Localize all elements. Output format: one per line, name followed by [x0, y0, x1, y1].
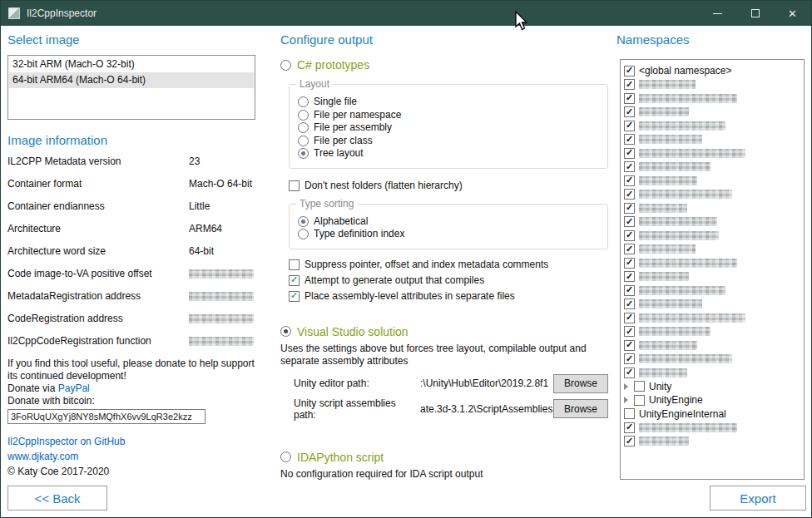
website-link[interactable]: www.djkaty.com [7, 450, 255, 463]
namespace-item[interactable] [624, 435, 800, 449]
namespace-checkbox[interactable] [624, 353, 635, 364]
namespace-checkbox[interactable] [624, 203, 635, 214]
expander-icon[interactable] [624, 383, 628, 390]
output-checkbox[interactable]: Suppress pointer, offset and index metad… [289, 259, 608, 270]
output-checkbox[interactable]: Attempt to generate output that compiles [289, 275, 608, 286]
back-button[interactable]: << Back [7, 486, 107, 511]
radio-option[interactable]: Alphabetical [298, 216, 599, 228]
radio-option[interactable]: File per class [298, 136, 599, 147]
redacted-namespace [639, 272, 689, 281]
namespace-item[interactable] [624, 298, 800, 312]
minimize-button[interactable] [699, 1, 736, 26]
window-title: Il2CppInspector [27, 7, 97, 19]
image-list-item[interactable]: 64-bit ARM64 (Mach-O 64-bit) [9, 72, 254, 88]
donate-via-text: Donate via [7, 382, 58, 394]
idapython-radio[interactable]: IDAPython script [280, 451, 608, 464]
image-list-item[interactable]: 32-bit ARM (Mach-O 32-bit) [9, 57, 254, 72]
namespace-item[interactable] [624, 106, 800, 120]
output-checkbox[interactable]: Place assembly-level attributes in separ… [289, 291, 608, 302]
namespace-checkbox[interactable] [624, 244, 635, 254]
github-link[interactable]: Il2CppInspector on GitHub [7, 435, 255, 448]
namespace-item[interactable] [624, 270, 800, 284]
radio-icon [280, 60, 291, 71]
namespace-item[interactable] [624, 91, 800, 106]
namespace-item[interactable]: Unity [624, 380, 800, 394]
bitcoin-address-input[interactable] [7, 409, 205, 424]
namespace-item[interactable]: UnityEngineInternal [624, 407, 800, 422]
namespace-item[interactable] [624, 325, 800, 339]
namespace-checkbox[interactable] [624, 134, 635, 145]
path-field-value[interactable]: :\Unity\Hub\Editor\2019.2.8f1 [420, 377, 553, 389]
namespace-item[interactable] [624, 311, 800, 325]
radio-option[interactable]: Tree layout [298, 148, 599, 160]
close-button[interactable]: ✕ [774, 1, 811, 26]
namespace-checkbox[interactable] [624, 298, 635, 309]
info-label: Container format [7, 178, 189, 190]
namespace-checkbox[interactable] [624, 175, 635, 186]
namespace-item[interactable] [624, 78, 800, 92]
namespace-checkbox[interactable] [624, 271, 635, 282]
info-row: Container formatMach-O 64-bit [7, 178, 255, 190]
namespace-item[interactable] [624, 133, 800, 147]
namespace-checkbox[interactable] [624, 106, 635, 117]
export-button[interactable]: Export [710, 486, 806, 511]
namespace-item[interactable] [624, 243, 800, 257]
namespace-item[interactable] [624, 256, 800, 270]
namespace-item[interactable] [624, 146, 800, 160]
namespace-item[interactable] [624, 421, 800, 435]
namespace-checkbox[interactable] [624, 66, 635, 76]
expander-icon[interactable] [624, 397, 628, 403]
namespace-checkbox[interactable] [624, 340, 635, 351]
radio-option[interactable]: File per namespace [298, 110, 599, 121]
namespace-checkbox[interactable] [624, 258, 635, 269]
namespace-checkbox[interactable] [624, 422, 635, 433]
radio-option[interactable]: Single file [298, 96, 599, 108]
namespace-item[interactable] [624, 338, 800, 353]
namespace-checkbox[interactable] [624, 148, 635, 159]
redacted-namespace [639, 94, 737, 103]
namespace-item[interactable] [624, 366, 800, 380]
browse-button[interactable]: Browse [553, 399, 608, 418]
layout-options: Single fileFile per namespaceFile per as… [298, 96, 599, 160]
namespace-item[interactable] [624, 215, 800, 229]
csharp-prototypes-radio[interactable]: C# prototypes [280, 58, 608, 72]
namespace-item[interactable] [624, 284, 800, 298]
namespace-item[interactable] [624, 174, 800, 188]
namespace-item[interactable]: UnityEngine [624, 393, 800, 407]
maximize-button[interactable] [736, 1, 774, 26]
namespace-checkbox[interactable] [624, 79, 635, 90]
namespace-checkbox[interactable] [634, 395, 645, 406]
radio-icon [298, 148, 309, 159]
namespace-item[interactable] [624, 201, 800, 215]
image-list[interactable]: 32-bit ARM (Mach-O 32-bit)64-bit ARM64 (… [7, 55, 255, 120]
visual-studio-radio[interactable]: Visual Studio solution [280, 325, 608, 338]
namespace-item[interactable]: <global namespace> [624, 64, 800, 78]
namespace-item[interactable] [624, 229, 800, 243]
radio-option[interactable]: File per assembly [298, 122, 599, 134]
radio-option[interactable]: Type definition index [298, 229, 599, 240]
radio-icon [298, 136, 309, 146]
namespace-checkbox[interactable] [624, 93, 635, 104]
namespace-checkbox[interactable] [624, 436, 635, 446]
namespace-checkbox[interactable] [624, 368, 635, 378]
namespace-item[interactable] [624, 353, 800, 367]
namespace-checkbox[interactable] [624, 285, 635, 296]
namespace-item[interactable] [624, 160, 800, 175]
radio-icon [298, 96, 309, 107]
namespace-checkbox[interactable] [624, 230, 635, 241]
namespace-checkbox[interactable] [624, 189, 635, 200]
namespace-checkbox[interactable] [624, 408, 635, 419]
namespace-checkbox[interactable] [624, 121, 635, 131]
path-field-value[interactable]: ate.3d-3.1.2\ScriptAssemblies [420, 403, 553, 415]
flatten-checkbox[interactable]: Don't nest folders (flatten hierarchy) [289, 180, 608, 191]
browse-button[interactable]: Browse [553, 374, 608, 393]
namespace-item[interactable] [624, 188, 800, 202]
namespace-checkbox[interactable] [624, 326, 635, 337]
namespace-checkbox[interactable] [634, 381, 645, 392]
namespace-checkbox[interactable] [624, 313, 635, 323]
paypal-link[interactable]: PayPal [58, 382, 90, 394]
namespace-list[interactable]: <global namespace>UnityUnityEngineUnityE… [620, 59, 805, 480]
namespace-checkbox[interactable] [624, 216, 635, 227]
namespace-item[interactable] [624, 119, 800, 133]
namespace-checkbox[interactable] [624, 161, 635, 172]
